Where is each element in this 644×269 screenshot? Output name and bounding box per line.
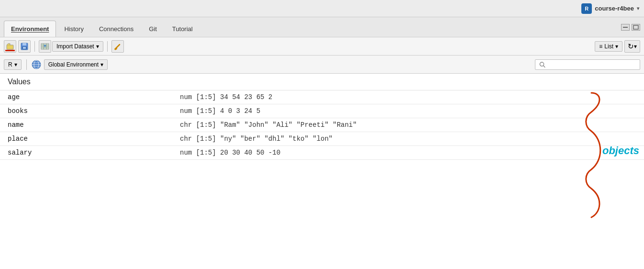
- variable-name: name: [0, 118, 172, 132]
- svg-rect-4: [22, 43, 26, 45]
- table-row[interactable]: salary num [1:5] 20 30 40 50 -10: [0, 146, 644, 160]
- variable-name: place: [0, 132, 172, 146]
- env-left: R ▾ Global Environment ▾: [4, 59, 108, 70]
- variable-value: num [1:5] 20 30 40 50 -10: [172, 146, 644, 160]
- tab-history[interactable]: History: [57, 21, 90, 37]
- tabs-row: Environment History Connections Git Tuto…: [0, 17, 644, 37]
- tab-environment[interactable]: Environment: [4, 21, 56, 37]
- window-controls: [621, 24, 640, 31]
- main-content-area: Values age num [1:5] 34 54 23 65 2 books…: [0, 74, 644, 269]
- svg-rect-6: [23, 47, 26, 49]
- values-table: age num [1:5] 34 54 23 65 2 books num [1…: [0, 90, 644, 160]
- variable-value: chr [1:5] "Ram" "John" "Ali" "Preeti" "R…: [172, 118, 644, 132]
- env-row: R ▾ Global Environment ▾: [0, 56, 644, 74]
- variable-name: books: [0, 104, 172, 118]
- svg-rect-1: [633, 25, 638, 29]
- table-row[interactable]: age num [1:5] 34 54 23 65 2: [0, 90, 644, 104]
- top-bar: R course-r4bee ▾: [0, 0, 644, 17]
- list-dropdown-arrow: ▾: [615, 43, 618, 50]
- r-engine-dropdown[interactable]: R ▾: [4, 59, 22, 70]
- table-row[interactable]: place chr [1:5] "ny" "ber" "dhl" "tko" "…: [0, 132, 644, 146]
- toolbar-divider-1: [34, 41, 35, 52]
- toolbar-divider-2: [107, 41, 108, 52]
- maximize-button[interactable]: [632, 24, 640, 31]
- global-env-dropdown-arrow: ▾: [100, 61, 103, 68]
- svg-rect-2: [7, 45, 13, 49]
- globe-icon: [32, 60, 41, 69]
- clear-button[interactable]: [111, 40, 124, 53]
- project-selector[interactable]: R course-r4bee ▾: [581, 3, 639, 14]
- variable-name: age: [0, 90, 172, 104]
- refresh-icon: ↻: [628, 42, 634, 51]
- toolbar-left: Import Dataset ▾: [4, 40, 124, 53]
- save-button[interactable]: [18, 40, 31, 53]
- variable-value: chr [1:5] "ny" "ber" "dhl" "tko" "lon": [172, 132, 644, 146]
- toolbar-row: Import Dataset ▾ ≡ List ▾ ↻ ▾: [0, 37, 644, 56]
- open-button[interactable]: [4, 40, 16, 53]
- table-row[interactable]: books num [1:5] 4 0 3 24 5: [0, 104, 644, 118]
- table-row[interactable]: name chr [1:5] "Ram" "John" "Ali" "Preet…: [0, 118, 644, 132]
- list-view-button[interactable]: ≡ List ▾: [595, 41, 622, 52]
- variable-name: salary: [0, 146, 172, 160]
- svg-rect-0: [623, 27, 628, 28]
- project-name-label: course-r4bee: [595, 5, 634, 12]
- rstudio-panel: R course-r4bee ▾ Environment History Con…: [0, 0, 644, 269]
- svg-line-23: [544, 66, 545, 67]
- search-icon: [539, 61, 545, 68]
- minimize-button[interactable]: [621, 24, 630, 31]
- toolbar-right: ≡ List ▾ ↻ ▾: [595, 40, 640, 53]
- list-icon: ≡: [599, 43, 602, 50]
- refresh-dropdown-arrow: ▾: [634, 43, 637, 50]
- r-engine-dropdown-arrow: ▾: [14, 61, 17, 68]
- variable-value: num [1:5] 34 54 23 65 2: [172, 90, 644, 104]
- r-logo-icon: R: [581, 3, 592, 14]
- tab-connections[interactable]: Connections: [92, 21, 141, 37]
- import-dropdown-arrow: ▾: [96, 43, 99, 50]
- tab-git[interactable]: Git: [142, 21, 164, 37]
- variable-value: num [1:5] 4 0 3 24 5: [172, 104, 644, 118]
- project-dropdown-arrow: ▾: [637, 6, 639, 11]
- tab-tutorial[interactable]: Tutorial: [165, 21, 200, 37]
- search-box[interactable]: [535, 59, 640, 70]
- values-header: Values: [0, 74, 644, 90]
- import-dataset-icon: [39, 40, 51, 53]
- global-env-button[interactable]: Global Environment ▾: [44, 59, 108, 70]
- tabs-container: Environment History Connections Git Tuto…: [4, 17, 200, 37]
- search-input[interactable]: [547, 61, 636, 68]
- import-dataset-button[interactable]: Import Dataset ▾: [52, 41, 103, 52]
- env-divider: [26, 59, 27, 70]
- import-dataset-group: Import Dataset ▾: [39, 40, 103, 53]
- refresh-button[interactable]: ↻ ▾: [624, 40, 640, 53]
